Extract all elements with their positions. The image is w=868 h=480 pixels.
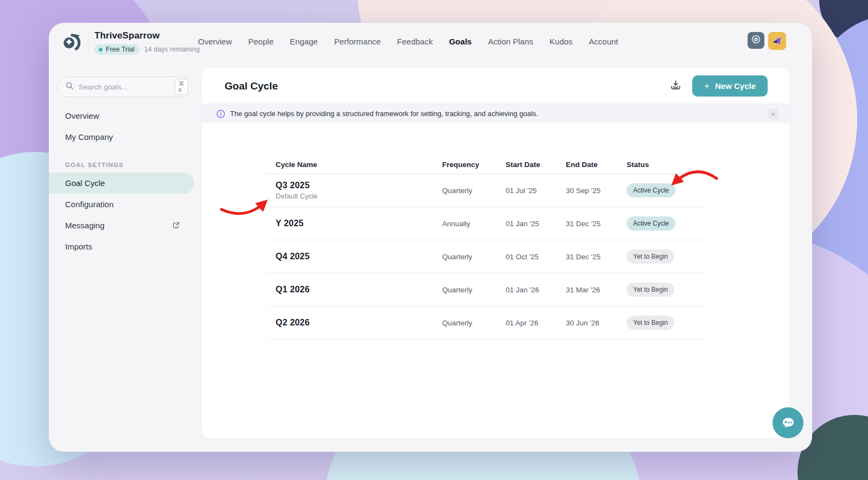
sidebar-item-label: Goal Cycle <box>65 178 105 188</box>
sidebar-item-overview[interactable]: Overview <box>49 105 195 126</box>
chat-bubble-icon <box>780 414 797 432</box>
cycle-frequency: Quarterly <box>442 253 506 261</box>
goal-search[interactable]: ⌘ K <box>57 76 193 97</box>
page-title: Goal Cycle <box>225 80 668 92</box>
status-badge: Active Cycle <box>627 183 675 197</box>
sparrow-app-button[interactable] <box>768 32 786 50</box>
brand-divider <box>88 30 88 54</box>
sparrow-bird-icon <box>771 34 783 48</box>
sidebar-item-configuration[interactable]: Configuration <box>49 194 195 215</box>
nav-item-goals[interactable]: Goals <box>449 37 472 46</box>
cycle-end-date: 31 Dec '25 <box>566 253 627 261</box>
chat-support-button[interactable] <box>773 407 803 438</box>
sidebar-item-goal-cycle[interactable]: Goal Cycle <box>49 172 194 194</box>
logo-icon <box>61 31 82 55</box>
top-navigation: Overview People Engage Performance Feedb… <box>198 31 618 51</box>
col-header-end-date: End Date <box>566 161 627 169</box>
brand-name: ThriveSparrow <box>94 30 200 41</box>
cycle-end-date: 31 Mar '26 <box>566 286 627 294</box>
sidebar-item-label: Imports <box>65 242 92 251</box>
sidebar-item-my-company[interactable]: My Company <box>49 126 195 148</box>
table-row[interactable]: Y 2025 Annually 01 Jan '25 31 Dec '25 Ac… <box>267 207 706 240</box>
external-link-icon <box>172 221 180 231</box>
cycle-name: Q4 2025 <box>276 252 442 261</box>
sidebar-list: Overview My Company GOAL SETTINGS Goal C… <box>49 105 195 257</box>
cycle-name: Y 2025 <box>276 219 442 228</box>
sidebar-section-goal-settings: GOAL SETTINGS <box>49 148 195 172</box>
sidebar-item-label: My Company <box>65 132 113 142</box>
cycle-end-date: 30 Jun '26 <box>566 319 627 327</box>
search-input[interactable] <box>79 83 175 91</box>
cycle-frequency: Quarterly <box>442 319 506 327</box>
cycle-start-date: 01 Jul '25 <box>506 187 566 195</box>
cycle-frequency: Annually <box>442 220 506 228</box>
info-banner: The goal cycle helps by providing a stru… <box>202 104 789 123</box>
cycle-end-date: 31 Dec '25 <box>566 220 627 228</box>
col-header-start-date: Start Date <box>506 161 566 169</box>
trial-dot-icon <box>99 48 103 52</box>
top-actions <box>748 32 786 50</box>
cycle-end-date: 30 Sep '25 <box>566 187 627 195</box>
sidebar-item-label: Overview <box>65 111 99 120</box>
cycle-frequency: Quarterly <box>442 187 506 195</box>
nav-item-kudos[interactable]: Kudos <box>550 37 573 46</box>
nav-item-people[interactable]: People <box>248 37 274 46</box>
nav-item-overview[interactable]: Overview <box>198 37 232 46</box>
cycle-name: Q3 2025 <box>276 181 442 190</box>
col-header-cycle-name: Cycle Name <box>276 161 442 169</box>
trial-remaining: 14 days remaining <box>144 46 200 53</box>
table-row[interactable]: Q1 2026 Quarterly 01 Jan '26 31 Mar '26 … <box>267 273 706 306</box>
nav-item-action-plans[interactable]: Action Plans <box>488 37 533 46</box>
cycle-start-date: 01 Oct '25 <box>506 253 566 261</box>
trial-badge: Free Trial <box>94 44 140 55</box>
status-badge: Yet to Begin <box>627 316 674 330</box>
sidebar-item-label: Configuration <box>65 200 113 209</box>
col-header-status: Status <box>627 161 706 169</box>
app-window: ThriveSparrow Free Trial 14 days remaini… <box>49 23 812 452</box>
new-cycle-label: New Cycle <box>715 81 756 91</box>
cycle-start-date: 01 Apr '26 <box>506 319 566 327</box>
sidebar-item-messaging[interactable]: Messaging <box>49 215 195 236</box>
status-badge: Yet to Begin <box>627 283 674 297</box>
download-tray-icon <box>669 79 682 93</box>
cycles-table: Cycle Name Frequency Start Date End Date… <box>267 155 706 340</box>
col-header-frequency: Frequency <box>442 161 506 169</box>
sidebar: ⌘ K Overview My Company GOAL SETTINGS Go… <box>49 76 195 257</box>
plus-icon: + <box>704 81 710 92</box>
status-badge: Yet to Begin <box>627 249 674 264</box>
goal-cycle-panel: Goal Cycle + New Cycle <box>202 68 789 438</box>
org-switch-button[interactable] <box>748 32 764 49</box>
nav-item-engage[interactable]: Engage <box>290 37 318 46</box>
cycle-frequency: Quarterly <box>442 286 506 294</box>
brand-block: ThriveSparrow Free Trial 14 days remaini… <box>61 30 200 55</box>
new-cycle-button[interactable]: + New Cycle <box>692 75 768 97</box>
table-header-row: Cycle Name Frequency Start Date End Date… <box>267 155 706 174</box>
nav-item-feedback[interactable]: Feedback <box>397 37 433 46</box>
search-icon <box>65 81 74 92</box>
cycle-start-date: 01 Jan '25 <box>506 220 566 228</box>
cycle-name: Q1 2026 <box>276 285 442 295</box>
trial-label: Free Trial <box>106 46 135 53</box>
table-row[interactable]: Q4 2025 Quarterly 01 Oct '25 31 Dec '25 … <box>267 240 706 273</box>
switch-icon <box>751 34 761 47</box>
sidebar-item-label: Messaging <box>65 221 105 230</box>
cycle-name: Q2 2026 <box>276 318 442 328</box>
banner-close-button[interactable]: × <box>768 108 778 119</box>
screen: ThriveSparrow Free Trial 14 days remaini… <box>0 0 868 480</box>
cycle-start-date: 01 Jan '26 <box>506 286 566 294</box>
panel-header: Goal Cycle + New Cycle <box>202 68 789 104</box>
info-icon <box>216 110 225 118</box>
status-badge: Active Cycle <box>627 216 675 231</box>
table-row[interactable]: Q2 2026 Quarterly 01 Apr '26 30 Jun '26 … <box>267 306 706 340</box>
cycle-subtitle: Default Cycle <box>276 192 442 200</box>
sidebar-item-imports[interactable]: Imports <box>49 236 195 257</box>
nav-item-performance[interactable]: Performance <box>334 37 381 46</box>
search-shortcut-kbd: ⌘ K <box>175 79 188 95</box>
nav-item-account[interactable]: Account <box>589 37 618 46</box>
import-cycles-button[interactable] <box>668 79 682 93</box>
banner-text: The goal cycle helps by providing a stru… <box>230 110 538 118</box>
table-row[interactable]: Q3 2025 Default Cycle Quarterly 01 Jul '… <box>267 174 706 207</box>
